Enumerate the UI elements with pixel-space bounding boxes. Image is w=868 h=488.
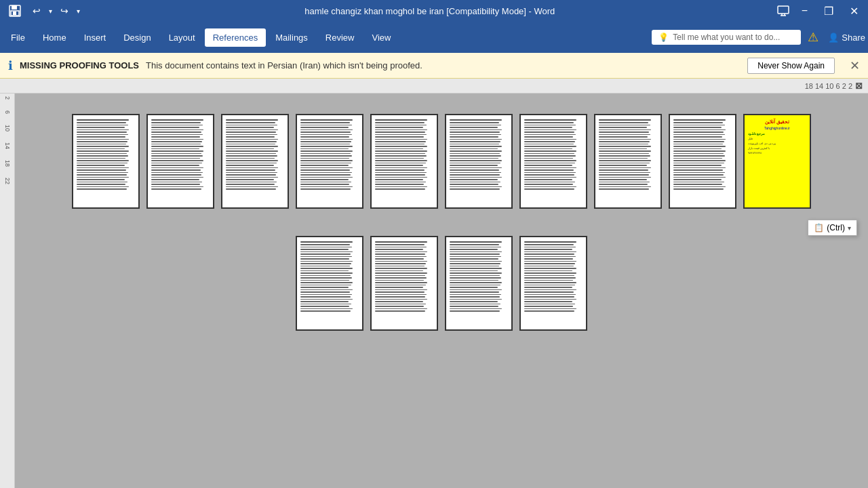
tell-me-search[interactable]: 💡 Tell me what you want to do... [652,30,801,45]
special-page-url: Tahghighonline.ir [748,126,806,130]
special-page-body2: فایل [748,137,806,140]
undo-button[interactable]: ↩ [30,4,43,18]
tab-home[interactable]: Home [35,28,75,47]
notification-bar: ℹ MISSING PROOFING TOOLS This document c… [0,53,868,79]
ruler-tick: 22 [4,178,11,184]
notification-title: MISSING PROOFING TOOLS [20,60,139,70]
tab-references[interactable]: References [205,28,266,47]
tab-insert[interactable]: Insert [76,28,115,47]
vertical-ruler: 2 6 10 14 18 22 [0,94,15,488]
main-area: 2 6 10 14 18 22 [0,94,868,488]
special-page-body3: ورد-پی دی اف- پاورپوینت [748,142,806,145]
page-thumbnail-7[interactable] [519,114,587,209]
page-thumbnail-3[interactable] [221,114,289,209]
tab-design[interactable]: Design [115,28,159,47]
document-title: hamle changiz khan moghol be iran [Compa… [83,6,777,16]
lightbulb-icon: 💡 [658,33,669,42]
clipboard-icon: 📋 [814,223,824,232]
person-icon: 👤 [828,33,839,43]
pages-row-1: تحقیق آنلاین Tahghighonline.ir مرجع دانل… [72,114,811,209]
page-thumbnail-12[interactable] [370,236,438,331]
redo-button[interactable]: ↪ [58,4,71,18]
minimize-button[interactable]: − [797,3,812,18]
tab-layout[interactable]: Layout [161,28,203,47]
ruler-tick: 18 [4,160,11,167]
page-thumbnail-11[interactable] [296,236,363,331]
tab-mailings[interactable]: Mailings [267,28,316,47]
ctrl-arrow-icon[interactable]: ▾ [848,224,851,232]
ruler-tick: 10 [4,125,11,131]
page-thumbnail-6[interactable] [445,114,513,209]
svg-rect-4 [778,6,789,14]
notification-body: This document contains text in Persian (… [146,60,422,70]
svg-rect-1 [12,5,17,9]
warning-icon: ⚠ [808,30,818,45]
title-bar: ↩ ▾ ↪ ▾ hamle changiz khan moghol be ira… [0,0,868,22]
page-thumbnail-8[interactable] [594,114,662,209]
horizontal-ruler: 18 14 10 6 2 2 ⊠ [0,79,868,94]
ruler-tick: 2 [4,96,11,100]
page-thumbnail-13[interactable] [445,236,513,331]
window-controls: − ❐ ✕ [777,3,863,19]
page-thumbnail-2[interactable] [146,114,214,209]
save-icon[interactable] [5,1,24,20]
undo-dropdown[interactable]: ▾ [46,6,55,16]
page-thumbnail-special[interactable]: تحقیق آنلاین Tahghighonline.ir مرجع دانل… [743,114,811,209]
notification-close-button[interactable]: ✕ [850,58,860,73]
customize-qat[interactable]: ▾ [74,6,83,16]
title-bar-left: ↩ ▾ ↪ ▾ [5,1,83,20]
page-thumbnail-14[interactable] [519,236,587,331]
share-button[interactable]: 👤 Share [828,33,865,43]
share-label: Share [842,33,865,43]
page-thumbnail-5[interactable] [370,114,438,209]
special-page-title: تحقیق آنلاین [748,119,806,125]
pages-section: تحقیق آنلاین Tahghighonline.ir مرجع دانل… [28,100,854,351]
ruler-indicator: ⊠ [855,81,863,91]
special-page-phone: ۹۸۹۱۳۶۶۶۲۸ [748,151,806,155]
monitor-icon[interactable] [777,5,789,17]
search-placeholder: Tell me what you want to do... [673,33,780,42]
special-page-body1: مرجع دانلـود [748,131,806,136]
info-icon: ℹ [8,58,13,73]
close-button[interactable]: ✕ [846,3,863,19]
pages-row-2 [296,236,587,331]
svg-rect-3 [13,12,16,15]
ctrl-label: (Ctrl) [827,223,845,232]
ruler-tick: 14 [4,142,11,149]
special-page-body4: با کمترین قیمت بازار [748,146,806,150]
quick-access-toolbar: ↩ ▾ ↪ ▾ [30,4,83,18]
tab-review[interactable]: Review [317,28,363,47]
maximize-button[interactable]: ❐ [820,3,837,19]
page-thumbnail-4[interactable] [296,114,363,209]
ruler-numbers: 18 14 10 6 2 2 [805,82,852,90]
never-show-again-button[interactable]: Never Show Again [747,58,835,74]
document-canvas: تحقیق آنلاین Tahghighonline.ir مرجع دانل… [15,94,868,488]
page-thumbnail-1[interactable] [72,114,140,209]
page-thumbnail-9[interactable] [669,114,736,209]
ribbon: File Home Insert Design Layout Reference… [0,22,868,53]
ctrl-popup[interactable]: 📋 (Ctrl) ▾ [808,220,857,236]
ruler-tick: 6 [4,110,11,114]
tab-file[interactable]: File [3,28,33,47]
tab-view[interactable]: View [363,28,399,47]
